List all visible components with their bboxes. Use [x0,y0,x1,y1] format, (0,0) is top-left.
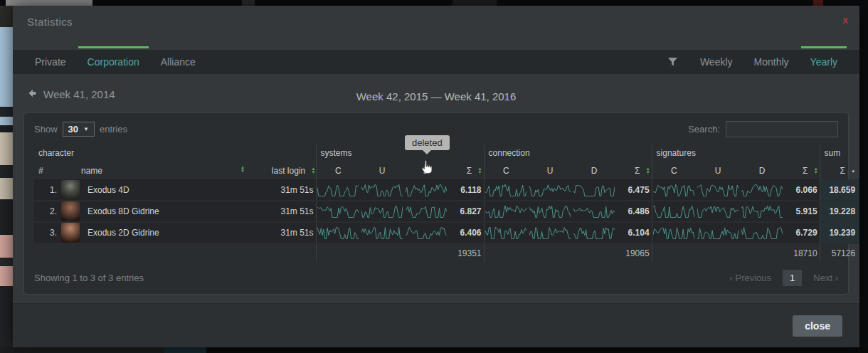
tab-private[interactable]: Private [24,50,77,74]
systems-sum-cell: 6.118 [448,179,484,201]
group-header-character: character [34,144,316,162]
tab-monthly[interactable]: Monthly [743,50,800,74]
avatar [61,223,80,243]
group-header-systems: systems [316,144,484,162]
sparkline-cell [652,201,696,222]
total-sum-cell: 19.239 [820,222,859,243]
avatar [61,201,80,221]
sparkline-cell [360,201,404,222]
week-navigation: Week 41, 2014 Week 42, 2015 — Week 41, 2… [13,87,859,107]
rank-cell: 3. [34,222,60,243]
group-header-signatures: signatures [652,144,820,162]
statistics-dialog: Statistics x Private Corporation Allianc… [13,6,859,347]
group-header-sum: sum [820,144,859,162]
sparkline-cell [740,222,784,243]
previous-week-button[interactable]: Week 41, 2014 [27,88,115,100]
column-header-systems-sum[interactable]: Σ ▲▼ [448,162,484,179]
column-header-name[interactable]: name ▲▼ [81,162,252,179]
sparkline-cell [528,201,572,222]
column-header-connection-sum[interactable]: Σ ▲▼ [616,162,652,179]
background-element [0,132,13,165]
filter-icon[interactable] [656,50,689,74]
group-header-connection: connection [484,144,652,162]
sparkline-cell [404,179,448,201]
statistics-table: character systems connection signatures … [34,144,859,262]
mouse-hand-cursor [419,159,435,180]
close-button[interactable]: close [793,315,842,337]
column-header-total-sum[interactable]: Σ ▲ [820,162,859,179]
sparkline-cell [572,201,616,222]
page-number-button[interactable]: 1 [783,270,802,286]
sort-icon: ▲▼ [646,167,650,174]
connection-sum-cell: 6.486 [616,201,652,222]
background-element [0,27,13,107]
sparkline-cell [528,179,572,201]
pagination: ‹ Previous 1 Next › [730,270,838,286]
week-range-label: Week 42, 2015 — Week 41, 2016 [13,87,859,107]
column-header-signatures-d[interactable]: D [740,162,784,179]
sort-icon: ▲▼ [312,167,316,174]
column-header-signatures-sum[interactable]: Σ ▲▼ [784,162,820,179]
avatar-cell [60,201,81,222]
background-element [6,0,92,6]
tab-corporation[interactable]: Corporation [77,50,150,74]
dialog-title: Statistics [27,16,73,28]
entries-label: entries [100,124,127,135]
background-element [0,125,13,132]
sparkline-cell [528,222,572,243]
show-label: Show [34,124,58,135]
table-row[interactable]: 3. Exodus 2D Gidrine 31m 51s 6.406 6.104… [34,222,859,243]
deleted-tooltip: deleted [405,135,450,150]
column-header-connection-d[interactable]: D [572,162,616,179]
sparkline-cell [404,222,448,243]
column-header-signatures-c[interactable]: C [652,162,696,179]
tab-bar: Private Corporation Alliance Weekly Mont… [13,50,859,74]
sort-icon: ▲▼ [478,167,482,174]
tab-alliance[interactable]: Alliance [150,50,206,74]
tab-weekly[interactable]: Weekly [689,50,743,74]
column-header-connection-u[interactable]: U [528,162,572,179]
background-element [0,165,13,178]
rank-cell: 2. [34,201,60,222]
column-header-avatar [60,162,81,179]
connection-sum-cell: 6.475 [616,179,652,201]
column-header-systems-c[interactable]: C [316,162,360,179]
rank-cell: 1. [34,179,60,201]
column-header-last-login[interactable]: last login ▲▼ [252,162,316,179]
signatures-sum-cell: 6.066 [784,179,820,201]
arrow-left-icon [27,88,37,100]
sparkline-cell [740,179,784,201]
search-input[interactable] [726,121,838,137]
close-icon[interactable]: x [842,15,848,25]
table-info-label: Showing 1 to 3 of 3 entries [34,273,144,283]
sparkline-cell [572,222,616,243]
page-length-select[interactable]: 30 ▼ [63,122,95,137]
connection-sum-cell: 6.104 [616,222,652,243]
table-row[interactable]: 2. Exodus 8D Gidrine 31m 51s 6.827 6.486… [34,201,859,222]
signatures-sum-cell: 6.729 [784,222,820,243]
background-element [0,347,164,353]
next-page-button[interactable]: Next › [813,273,838,283]
previous-page-button[interactable]: ‹ Previous [730,273,772,283]
background-element [164,347,206,353]
background-element [242,0,255,6]
sparkline-cell [316,222,360,243]
column-header-systems-u[interactable]: U [360,162,404,179]
background-element [0,117,13,125]
background-element [0,199,13,235]
sparkline-cell [652,222,696,243]
background-bottom-bar [0,347,868,353]
column-header-signatures-u[interactable]: U [696,162,740,179]
table-row[interactable]: 1. Exodus 4D 31m 51s 6.118 6.475 6.066 1… [34,179,859,201]
sparkline-cell [572,179,616,201]
column-header-rank[interactable]: # [34,162,60,179]
sparkline-cell [484,222,528,243]
dialog-footer: close [13,303,859,347]
connection-total: 19065 [616,243,652,262]
totals-row: 19351 19065 18710 57126 [34,243,859,262]
signatures-total: 18710 [784,243,820,262]
column-header-connection-c[interactable]: C [484,162,528,179]
tab-yearly[interactable]: Yearly [800,50,848,74]
chevron-left-icon: ‹ [730,273,733,283]
sparkline-cell [484,201,528,222]
